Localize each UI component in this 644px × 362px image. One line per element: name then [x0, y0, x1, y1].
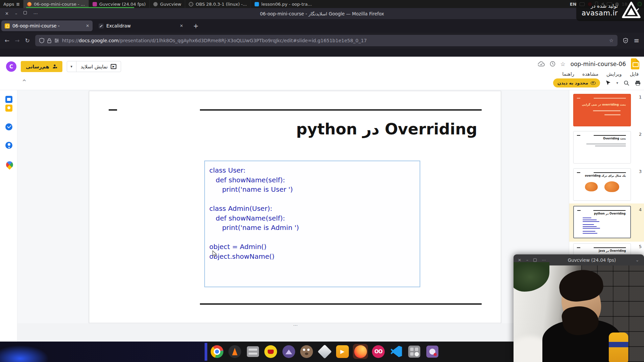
wallpaper-blue-bar [205, 343, 207, 361]
thumbnail-number: 1 [639, 95, 642, 100]
slide-thumbnail-2[interactable]: بحث Overriding [573, 131, 631, 164]
chromium-browser-icon[interactable] [209, 344, 224, 359]
boxes-app-icon[interactable] [407, 344, 422, 359]
collapse-menus-chevron-icon[interactable]: ^ [22, 79, 26, 85]
current-slide[interactable]: Overriding در python class User: def sho… [89, 91, 501, 323]
share-person-lock-icon [52, 64, 57, 69]
yellow-object [609, 333, 628, 362]
present-button[interactable]: نمایش اسلاید ▶ [76, 61, 121, 72]
slide-thumbnail-4-selected[interactable]: Overriding در python [573, 206, 631, 238]
slide-thumbnail-1[interactable]: بحث overriding در شی گرایی [573, 94, 631, 126]
webcam-maximize-icon[interactable] [533, 258, 537, 262]
account-avatar[interactable]: C [6, 61, 16, 72]
app-menu-button[interactable]: ≡ [634, 37, 639, 45]
account-shield-icon[interactable] [623, 38, 628, 43]
gimp-icon[interactable] [299, 344, 314, 359]
taskbar-window-vscode[interactable]: lesson06.py - oop-tra... [251, 0, 316, 8]
keep-icon[interactable] [5, 105, 12, 112]
tiger-image [604, 181, 619, 192]
slide-bottom-rule [200, 303, 482, 305]
thumbnail-title: Overriding در java [576, 249, 626, 252]
window-minimize-button[interactable]: – [15, 11, 17, 16]
webcam-window-title: Guvcview (24.04 fps) [553, 257, 631, 263]
forward-button[interactable]: → [15, 37, 19, 44]
media-player-icon[interactable]: ▶ [335, 344, 350, 359]
teapot-app-icon[interactable] [263, 344, 278, 359]
zoom-tool-icon[interactable] [624, 80, 629, 86]
video-editor-icon[interactable] [425, 344, 440, 359]
taskbar-window-obs[interactable]: OBS 28.0.3-1 (linux) -... [185, 0, 251, 8]
tiger-image [585, 182, 598, 191]
taskbar-window-title: 06-oop-mini-course - ... [34, 2, 85, 7]
menu-file[interactable]: فایل [630, 71, 639, 77]
new-tab-button[interactable]: + [189, 22, 203, 29]
version-history-icon[interactable] [550, 61, 555, 67]
taskbar-window-title: Guvcview [160, 2, 181, 7]
reload-button[interactable]: ↻ [25, 37, 30, 44]
inkscape-icon[interactable] [317, 344, 332, 359]
taskbar-window-title: OBS 28.0.3-1 (linux) -... [196, 2, 247, 7]
thumbnail-title: یک مثال برای درک overriding [576, 174, 626, 177]
notes-resize-handle[interactable]: ⋯ [293, 322, 298, 328]
code-line: def showName(self): [209, 175, 420, 185]
select-tool-cursor-icon[interactable] [606, 80, 610, 86]
star-document-icon[interactable]: ☆ [560, 61, 566, 67]
lock-icon[interactable] [47, 38, 51, 43]
menu-view[interactable]: مشاهده [582, 71, 598, 77]
window-more-button[interactable]: ⋯ [33, 11, 38, 16]
tab-close-icon[interactable]: ✕ [180, 23, 183, 28]
tab-label: Excalidraw [106, 23, 131, 28]
apps-menu[interactable]: Apps ≣ [0, 0, 23, 8]
taskbar-window-guvcview[interactable]: Guvcview [149, 0, 185, 8]
oo-app-icon[interactable]: OO [371, 344, 386, 359]
vscode-icon [255, 2, 259, 6]
tab-close-icon[interactable]: ✕ [86, 23, 89, 28]
code-block[interactable]: class User: def showName(self): print('n… [204, 161, 420, 287]
url-path: /presentation/d/1lhk8Os_qgAyhx6d3DRme8Rj… [119, 38, 367, 43]
eye-icon [591, 81, 596, 85]
webcam-more-icon[interactable]: ⋯ [542, 258, 546, 262]
contacts-icon[interactable] [5, 142, 12, 149]
purple-chevron-app-icon[interactable] [281, 344, 296, 359]
window-maximize-button[interactable] [23, 11, 27, 14]
thumbnail-title: بحث overriding در شی گرایی [576, 103, 626, 106]
url-bar[interactable]: https://docs.google.com/presentation/d/1… [35, 35, 618, 46]
code-line: object.showName() [209, 252, 420, 261]
tasks-icon[interactable] [5, 123, 12, 130]
webcam-chevron-icon[interactable]: ⌄ [631, 257, 644, 262]
file-manager-icon[interactable] [245, 344, 260, 359]
google-slides-logo[interactable] [631, 58, 639, 69]
document-status-cloud-icon[interactable] [538, 61, 545, 66]
view-only-label: محدود به دیدن [557, 80, 588, 85]
firefox-dock-icon[interactable] [353, 344, 368, 359]
slide-thumbnail-3[interactable]: یک مثال برای درک overriding [573, 168, 631, 201]
guvcview-window[interactable]: ✕ – ⋯ Guvcview (24.04 fps) ⌄ [514, 254, 644, 362]
bookmark-star-icon[interactable]: ☆ [609, 38, 613, 44]
slide-accent-dash [109, 109, 117, 111]
present-options-caret[interactable]: ▾ [67, 61, 76, 72]
back-button[interactable]: ← [5, 37, 9, 44]
menu-help[interactable]: راهنما [562, 71, 574, 77]
menu-edit[interactable]: ویرایش [606, 71, 622, 77]
calendar-icon[interactable] [5, 96, 12, 103]
keyboard-layout-indicator[interactable]: EN [570, 2, 577, 7]
view-only-badge[interactable]: محدود به دیدن [553, 78, 600, 87]
tab-excalidraw[interactable]: Excalidraw ✕ [95, 20, 186, 31]
document-title[interactable]: oop-mini-course-06 [571, 61, 626, 67]
maps-icon[interactable] [5, 160, 15, 170]
share-button[interactable]: هم‌رسانی [21, 61, 62, 72]
tab-slides[interactable]: 06-oop-mini-course - ✕ [1, 20, 93, 31]
print-icon[interactable] [635, 80, 641, 86]
webcam-close-icon[interactable]: ✕ [518, 258, 521, 262]
webcam-minimize-icon[interactable]: – [526, 258, 528, 262]
vscode-icon[interactable] [389, 344, 404, 359]
workspace-side-panel [0, 90, 17, 350]
excalidraw-favicon [99, 23, 104, 28]
flame-a-app-icon[interactable] [227, 344, 243, 359]
tracking-protection-shield-icon[interactable] [39, 38, 44, 43]
window-title: 06-oop-mini-course - اسلایدنگار Google —… [50, 11, 594, 16]
window-close-button[interactable]: ✕ [5, 11, 9, 16]
avasam-watermark: تولید شده در avasam.ir [576, 0, 644, 21]
permissions-icon[interactable] [54, 39, 59, 43]
tool-caret-icon[interactable]: ▾ [616, 81, 618, 85]
